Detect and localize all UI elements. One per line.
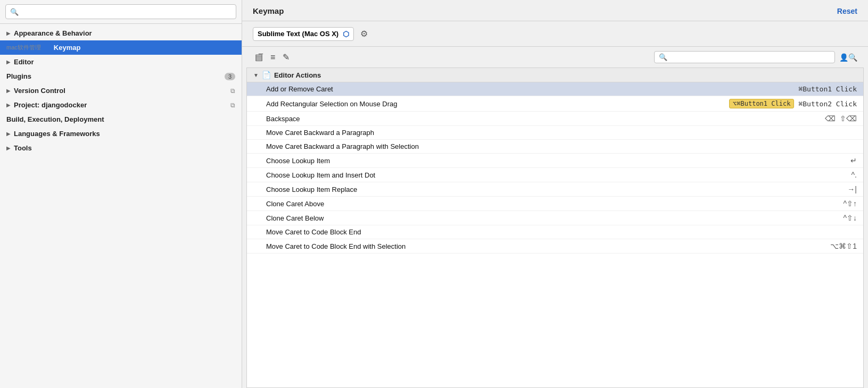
expand-arrow-icon: ▶ — [6, 145, 11, 151]
main-header: Keymap Reset — [242, 0, 868, 21]
sidebar-item-languages[interactable]: ▶Languages & Frameworks — [0, 126, 242, 141]
table-row[interactable]: Choose Lookup Item ↵ — [247, 154, 863, 168]
sidebar-item-build[interactable]: Build, Execution, Deployment — [0, 112, 242, 126]
sidebar-search-input[interactable] — [22, 8, 232, 16]
find-person-icon: 👤🔍 — [839, 53, 857, 62]
table-row[interactable]: Add or Remove Caret ⌘Button1 Click — [247, 82, 863, 96]
table-row[interactable]: Clone Caret Above ^⇧↑ — [247, 197, 863, 211]
sidebar-item-label: Version Control — [14, 87, 227, 95]
table-row[interactable]: Add Rectangular Selection on Mouse Drag … — [247, 96, 863, 112]
filter-icon: ▤̅ — [255, 53, 263, 62]
action-name: Clone Caret Below — [266, 214, 839, 222]
badge: 3 — [225, 73, 235, 80]
action-name: Move Caret to Code Block End with Select… — [266, 242, 826, 250]
shortcut-icon: ↵ — [850, 156, 857, 165]
shortcut-icon: →| — [847, 185, 857, 193]
table-row[interactable]: Move Caret to Code Block End — [247, 225, 863, 239]
shortcut-icon: ^⇧↑ — [843, 199, 857, 208]
sidebar-nav: ▶Appearance & Behaviormac软件管理Keymap▶Edit… — [0, 24, 242, 388]
shortcut-icon: ⌥⌘⇧1 — [830, 242, 857, 250]
folder-icon: 📄 — [262, 71, 271, 79]
action-name: Add Rectangular Selection on Mouse Drag — [266, 100, 725, 108]
sidebar: 🔍 ▶Appearance & Behaviormac软件管理Keymap▶Ed… — [0, 0, 242, 388]
actions-search-input[interactable] — [669, 53, 830, 61]
table-row[interactable]: Move Caret Backward a Paragraph — [247, 126, 863, 140]
sidebar-search-box[interactable]: 🔍 — [5, 4, 236, 19]
mac-prefix-label: mac软件管理 — [6, 44, 41, 52]
group-name: Editor Actions — [274, 71, 321, 79]
keymap-selector[interactable]: Sublime Text (Mac OS X) ⬡ — [253, 27, 354, 41]
shortcut-icon: ^. — [852, 171, 857, 179]
expand-arrow-icon: ▶ — [6, 30, 11, 36]
sidebar-search-container: 🔍 — [0, 0, 242, 24]
action-name: Move Caret to Code Block End — [266, 228, 857, 236]
copy-icon: ⧉ — [230, 87, 235, 95]
sidebar-item-tools[interactable]: ▶Tools — [0, 141, 242, 155]
action-name: Move Caret Backward a Paragraph — [266, 129, 857, 137]
actions-table: ▼ 📄 Editor Actions Add or Remove Caret ⌘… — [246, 68, 864, 388]
sidebar-item-version-control[interactable]: ▶Version Control⧉ — [0, 83, 242, 98]
sidebar-item-label: Tools — [14, 144, 235, 152]
actions-search-box[interactable]: 🔍 — [654, 51, 835, 63]
action-name: Backspace — [266, 115, 821, 123]
table-row[interactable]: Move Caret Backward a Paragraph with Sel… — [247, 140, 863, 154]
edit-button[interactable]: ✎ — [280, 51, 292, 63]
table-toolbar: ▤̅ ≡ ✎ 🔍 👤🔍 — [242, 47, 868, 68]
sidebar-item-label: Appearance & Behavior — [14, 29, 235, 37]
expand-arrow-icon: ▶ — [6, 88, 11, 94]
main-content: Keymap Reset Sublime Text (Mac OS X) ⬡ ⚙… — [242, 0, 868, 388]
filter-button[interactable]: ▤̅ — [253, 51, 265, 63]
keymap-row: Sublime Text (Mac OS X) ⬡ ⚙ — [242, 21, 868, 47]
shortcut-badge: ⌥⌘Button1 Click — [729, 99, 794, 108]
sidebar-item-label: Plugins — [6, 72, 220, 80]
shortcut-text: ⌘Button2 Click — [798, 100, 857, 108]
shortcut-icon: ⇧⌫ — [840, 114, 857, 123]
toolbar-left: ▤̅ ≡ ✎ — [253, 51, 292, 63]
table-row[interactable]: Choose Lookup Item and Insert Dot ^. — [247, 168, 863, 182]
search-icon: 🔍 — [659, 53, 667, 61]
reset-button[interactable]: Reset — [837, 7, 857, 15]
action-name: Choose Lookup Item Replace — [266, 185, 843, 193]
expand-arrow-icon: ▶ — [6, 59, 11, 65]
group-header[interactable]: ▼ 📄 Editor Actions — [247, 68, 863, 82]
chevron-down-icon: ⬡ — [343, 30, 349, 38]
expand-arrow-icon: ▶ — [6, 102, 11, 108]
action-name: Choose Lookup Item and Insert Dot — [266, 171, 847, 179]
find-person-button[interactable]: 👤🔍 — [839, 53, 857, 62]
filter2-button[interactable]: ≡ — [268, 52, 277, 63]
shortcut-icon: ⌫ — [825, 114, 836, 123]
action-name: Add or Remove Caret — [266, 85, 794, 93]
sidebar-item-keymap[interactable]: mac软件管理Keymap — [0, 40, 242, 55]
table-row[interactable]: Move Caret to Code Block End with Select… — [247, 239, 863, 254]
sidebar-item-editor[interactable]: ▶Editor — [0, 55, 242, 69]
action-name: Choose Lookup Item — [266, 157, 846, 165]
collapse-icon: ▼ — [253, 72, 259, 78]
shortcut-text: ⌘Button1 Click — [798, 85, 857, 93]
sidebar-item-label: Editor — [14, 58, 235, 66]
search-icon: 🔍 — [10, 8, 19, 16]
gear-button[interactable]: ⚙ — [358, 27, 370, 41]
sidebar-item-label: Project: djangodocker — [14, 101, 227, 109]
sidebar-item-plugins[interactable]: Plugins3 — [0, 69, 242, 83]
sidebar-item-label: Build, Execution, Deployment — [6, 115, 235, 123]
keymap-name: Sublime Text (Mac OS X) — [258, 30, 338, 38]
sidebar-item-label: Languages & Frameworks — [14, 130, 235, 138]
sidebar-item-appearance[interactable]: ▶Appearance & Behavior — [0, 26, 242, 40]
table-row[interactable]: Choose Lookup Item Replace →| — [247, 182, 863, 197]
shortcut-icon: ^⇧↓ — [843, 214, 857, 222]
sidebar-item-project[interactable]: ▶Project: djangodocker⧉ — [0, 98, 242, 112]
pencil-icon: ✎ — [283, 53, 290, 62]
filter2-icon: ≡ — [270, 53, 275, 62]
sidebar-item-label: Keymap — [44, 44, 235, 52]
expand-arrow-icon: ▶ — [6, 131, 11, 137]
page-title: Keymap — [253, 6, 284, 15]
table-row[interactable]: Backspace ⌫⇧⌫ — [247, 112, 863, 126]
copy-icon: ⧉ — [230, 102, 235, 109]
toolbar-right: 🔍 👤🔍 — [654, 51, 857, 63]
action-name: Clone Caret Above — [266, 200, 839, 208]
table-row[interactable]: Clone Caret Below ^⇧↓ — [247, 211, 863, 225]
action-name: Move Caret Backward a Paragraph with Sel… — [266, 142, 857, 150]
